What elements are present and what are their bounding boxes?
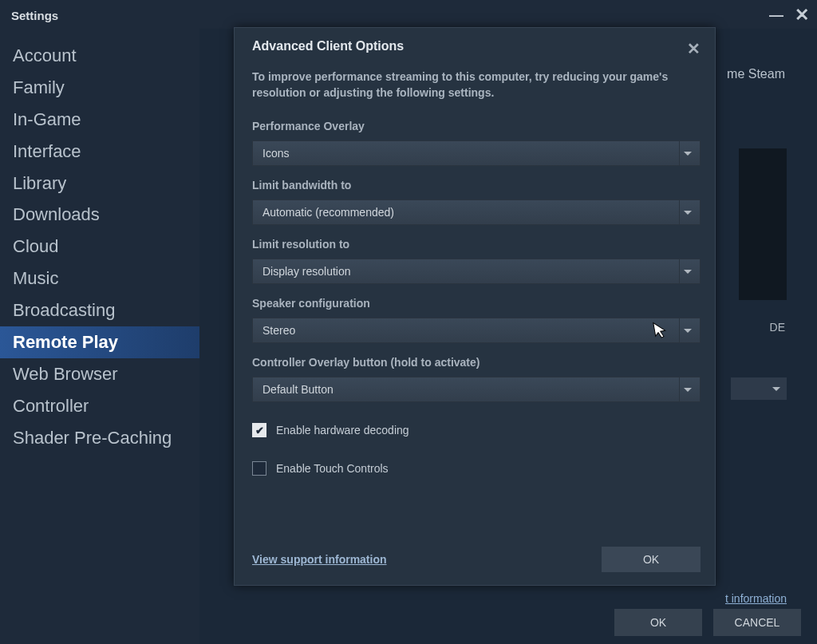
- sidebar-item-controller[interactable]: Controller: [0, 390, 199, 422]
- background-select-partial[interactable]: [731, 377, 787, 400]
- window-title: Settings: [11, 9, 58, 22]
- sidebar-item-interface[interactable]: Interface: [0, 136, 199, 168]
- background-preview-panel: [739, 148, 787, 300]
- checkbox-icon: ✔: [252, 423, 266, 437]
- enable-touch-controls-checkbox[interactable]: Enable Touch Controls: [252, 461, 701, 476]
- titlebar: Settings — ✕: [0, 0, 817, 29]
- settings-window: Settings — ✕ Account Family In-Game Inte…: [0, 0, 817, 644]
- chevron-down-icon: [679, 318, 695, 342]
- chevron-down-icon: [772, 387, 780, 391]
- view-support-information-link[interactable]: View support information: [252, 553, 387, 566]
- sidebar-item-library[interactable]: Library: [0, 168, 199, 200]
- sidebar-item-family[interactable]: Family: [0, 72, 199, 104]
- dialog-description: To improve performance streaming to this…: [252, 69, 701, 101]
- chevron-down-icon: [679, 200, 695, 224]
- limit-bandwidth-value: Automatic (recommended): [262, 206, 394, 219]
- enable-hardware-decoding-checkbox[interactable]: ✔ Enable hardware decoding: [252, 423, 701, 437]
- sidebar: Account Family In-Game Interface Library…: [0, 29, 199, 644]
- dialog-close-button[interactable]: ✕: [687, 39, 701, 58]
- performance-overlay-select[interactable]: Icons: [252, 140, 701, 166]
- limit-resolution-select[interactable]: Display resolution: [252, 259, 701, 284]
- advanced-client-options-dialog: Advanced Client Options ✕ To improve per…: [234, 27, 716, 586]
- speaker-config-value: Stereo: [262, 324, 295, 337]
- sidebar-item-cloud[interactable]: Cloud: [0, 231, 199, 263]
- dialog-header: Advanced Client Options ✕: [252, 39, 701, 58]
- chevron-down-icon: [679, 259, 695, 283]
- controller-overlay-button-value: Default Button: [262, 383, 334, 396]
- background-partial-code: DE: [770, 321, 785, 334]
- close-button[interactable]: ✕: [795, 6, 809, 24]
- speaker-config-select[interactable]: Stereo: [252, 318, 701, 343]
- limit-resolution-label: Limit resolution to: [252, 238, 701, 251]
- sidebar-item-in-game[interactable]: In-Game: [0, 104, 199, 136]
- performance-overlay-value: Icons: [262, 147, 289, 160]
- limit-resolution-value: Display resolution: [262, 265, 351, 278]
- background-partial-text: me Steam: [727, 67, 785, 81]
- dialog-footer: View support information OK: [252, 547, 701, 572]
- chevron-down-icon: [679, 377, 695, 401]
- sidebar-item-shader-pre-caching[interactable]: Shader Pre-Caching: [0, 422, 199, 454]
- sidebar-item-broadcasting[interactable]: Broadcasting: [0, 294, 199, 326]
- settings-ok-button[interactable]: OK: [614, 609, 702, 636]
- limit-bandwidth-label: Limit bandwidth to: [252, 179, 701, 192]
- settings-cancel-button[interactable]: CANCEL: [713, 609, 801, 636]
- sidebar-item-downloads[interactable]: Downloads: [0, 199, 199, 231]
- enable-touch-controls-label: Enable Touch Controls: [276, 462, 389, 475]
- settings-footer: OK CANCEL: [614, 609, 801, 636]
- sidebar-item-remote-play[interactable]: Remote Play: [0, 326, 199, 358]
- sidebar-item-account[interactable]: Account: [0, 40, 199, 72]
- enable-hardware-decoding-label: Enable hardware decoding: [276, 424, 409, 437]
- minimize-button[interactable]: —: [769, 8, 783, 22]
- titlebar-buttons: — ✕: [769, 6, 809, 24]
- controller-overlay-button-select[interactable]: Default Button: [252, 377, 701, 402]
- background-support-link-partial[interactable]: t information: [725, 592, 787, 605]
- dialog-ok-button[interactable]: OK: [602, 547, 701, 572]
- speaker-config-label: Speaker configuration: [252, 297, 701, 310]
- limit-bandwidth-select[interactable]: Automatic (recommended): [252, 200, 701, 225]
- checkbox-icon: [252, 461, 266, 476]
- controller-overlay-button-label: Controller Overlay button (hold to activ…: [252, 356, 701, 369]
- performance-overlay-label: Performance Overlay: [252, 120, 701, 132]
- sidebar-item-web-browser[interactable]: Web Browser: [0, 358, 199, 390]
- sidebar-item-music[interactable]: Music: [0, 263, 199, 294]
- dialog-title: Advanced Client Options: [252, 39, 404, 53]
- chevron-down-icon: [679, 141, 695, 165]
